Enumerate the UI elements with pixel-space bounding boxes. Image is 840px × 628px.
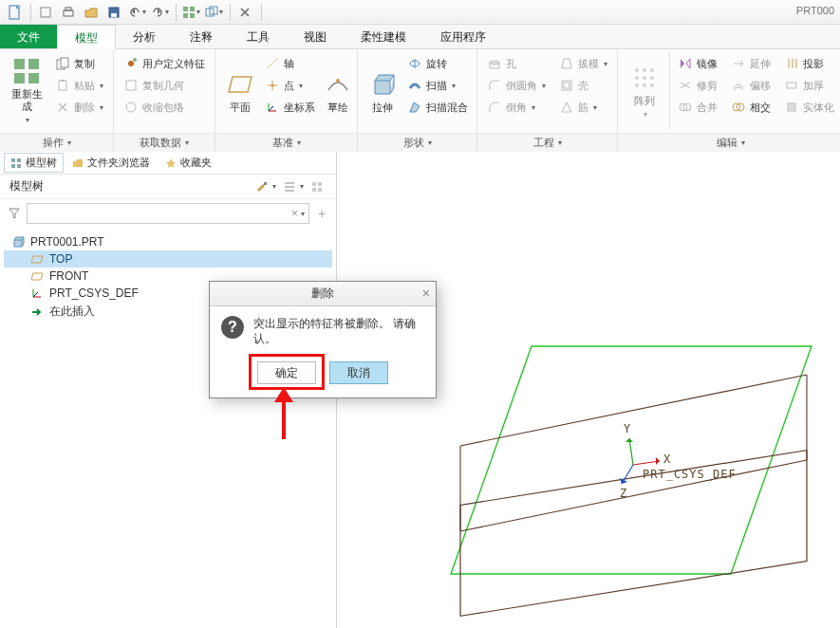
udf-button[interactable]: 用户定义特征 — [120, 53, 209, 74]
intersect-button[interactable]: 相交 — [727, 97, 775, 118]
point-button[interactable]: 点 — [261, 75, 319, 96]
panel-header: 模型树 — [0, 175, 336, 199]
svg-point-46 — [650, 83, 654, 87]
axis-button[interactable]: 轴 — [261, 53, 319, 74]
copy-button[interactable]: 复制 — [51, 53, 107, 74]
svg-rect-34 — [490, 63, 499, 68]
save-icon[interactable] — [103, 2, 124, 23]
windows-icon[interactable] — [203, 2, 224, 23]
close-icon[interactable] — [234, 2, 255, 23]
svg-point-41 — [635, 76, 639, 80]
svg-rect-13 — [28, 59, 39, 69]
add-filter-icon[interactable]: + — [313, 205, 330, 222]
tab-view[interactable]: 视图 — [287, 25, 344, 48]
panel-tool-hammer[interactable] — [252, 177, 271, 196]
svg-point-20 — [128, 61, 134, 66]
doc-name: PRT000 — [796, 5, 834, 16]
extrude-icon — [367, 69, 398, 100]
panel-tab-folder[interactable]: 文件夹浏览器 — [65, 153, 157, 173]
extend-icon — [731, 56, 746, 71]
insert-arrow-icon — [30, 305, 44, 319]
sweep-icon — [407, 78, 422, 93]
ok-button[interactable]: 确定 — [257, 361, 316, 384]
svg-point-40 — [650, 68, 654, 72]
csys-label: PRT_CSYS_DEF — [643, 468, 737, 481]
pattern-button: 阵列 — [624, 53, 665, 129]
svg-point-21 — [133, 58, 137, 62]
tree-search-input[interactable] — [31, 208, 289, 219]
tab-tool[interactable]: 工具 — [230, 25, 287, 48]
cancel-button[interactable]: 取消 — [329, 361, 388, 384]
svg-line-71 — [33, 292, 38, 297]
group-edit-label[interactable]: 编辑 — [618, 133, 840, 152]
svg-point-23 — [126, 102, 136, 112]
filter-icon[interactable] — [6, 205, 23, 222]
trim-icon — [678, 78, 693, 93]
plane-button[interactable]: 平面 — [221, 53, 259, 129]
thicken-button: 加厚 — [780, 75, 838, 96]
round-icon — [487, 78, 502, 93]
panel-tool-grid[interactable] — [308, 177, 327, 196]
panel-tab-tree[interactable]: 模型树 — [4, 153, 64, 173]
svg-rect-6 — [183, 7, 188, 11]
group-eng-label[interactable]: 工程 — [477, 133, 617, 152]
svg-rect-56 — [788, 103, 795, 111]
mirror-button[interactable]: 镜像 — [674, 53, 721, 74]
offset-button: 偏移 — [727, 75, 775, 96]
revolve-button[interactable]: 旋转 — [403, 53, 472, 74]
tab-model[interactable]: 模型 — [57, 25, 116, 49]
project-button[interactable]: 投影 — [780, 53, 838, 74]
intersect-icon — [731, 100, 746, 115]
dialog-titlebar[interactable]: 删除 × — [210, 282, 436, 306]
tree-icon — [10, 157, 22, 169]
group-datum-label[interactable]: 基准 — [215, 133, 357, 152]
undo-icon[interactable] — [126, 2, 147, 23]
star-icon — [165, 157, 177, 169]
csys-button[interactable]: 坐标系 — [261, 97, 319, 118]
swblend-icon — [407, 100, 422, 115]
panel-tab-fav[interactable]: 收藏夹 — [159, 153, 218, 173]
group-data-label[interactable]: 获取数据 — [114, 133, 215, 152]
svg-rect-12 — [14, 59, 25, 69]
plane-node-icon — [30, 252, 44, 266]
dialog-message: 突出显示的特征将被删除。 请确认。 — [253, 316, 424, 346]
shrink-icon — [123, 100, 139, 115]
merge-button: 合并 — [674, 97, 721, 118]
redo-icon[interactable] — [149, 2, 170, 23]
print-icon[interactable] — [58, 2, 79, 23]
axis-x: X — [663, 453, 671, 466]
offset-icon — [731, 78, 746, 93]
solidify-icon — [784, 100, 799, 115]
hole-icon — [487, 56, 502, 71]
regen-icon[interactable] — [180, 2, 201, 23]
regen-button[interactable]: 重新生成 — [6, 53, 47, 129]
tab-analysis[interactable]: 分析 — [116, 25, 173, 48]
tree-top[interactable]: TOP — [4, 250, 332, 268]
sweep-button[interactable]: 扫描 — [403, 75, 472, 96]
tab-file[interactable]: 文件 — [0, 25, 57, 48]
part-icon — [11, 235, 25, 249]
hole-button: 孔 — [483, 53, 550, 74]
tree-root[interactable]: PRT0001.PRT — [4, 233, 332, 250]
panel-tool-list[interactable] — [280, 177, 299, 196]
axis-icon — [265, 56, 280, 71]
tab-app[interactable]: 应用程序 — [423, 25, 503, 48]
svg-line-24 — [268, 59, 277, 68]
new-icon[interactable] — [35, 2, 56, 23]
dialog-close-icon[interactable]: × — [422, 286, 430, 301]
sketch-button[interactable]: 草绘 — [319, 53, 357, 129]
swblend-button[interactable]: 扫描混合 — [403, 97, 472, 118]
tree-search[interactable]: × — [27, 203, 309, 224]
tab-annotate[interactable]: 注释 — [173, 25, 230, 48]
new-doc-icon[interactable] — [4, 2, 25, 23]
group-shape-label[interactable]: 形状 — [358, 133, 476, 152]
quick-access-toolbar: PRT000 — [0, 0, 840, 25]
svg-point-43 — [650, 76, 654, 80]
clear-search-icon[interactable]: × — [289, 207, 300, 220]
tab-flex[interactable]: 柔性建模 — [344, 25, 423, 48]
draft-icon — [559, 56, 574, 71]
open-icon[interactable] — [81, 2, 102, 23]
extrude-button[interactable]: 拉伸 — [364, 53, 401, 129]
group-operate-label[interactable]: 操作 — [0, 133, 113, 152]
trim-button: 修剪 — [674, 75, 721, 96]
